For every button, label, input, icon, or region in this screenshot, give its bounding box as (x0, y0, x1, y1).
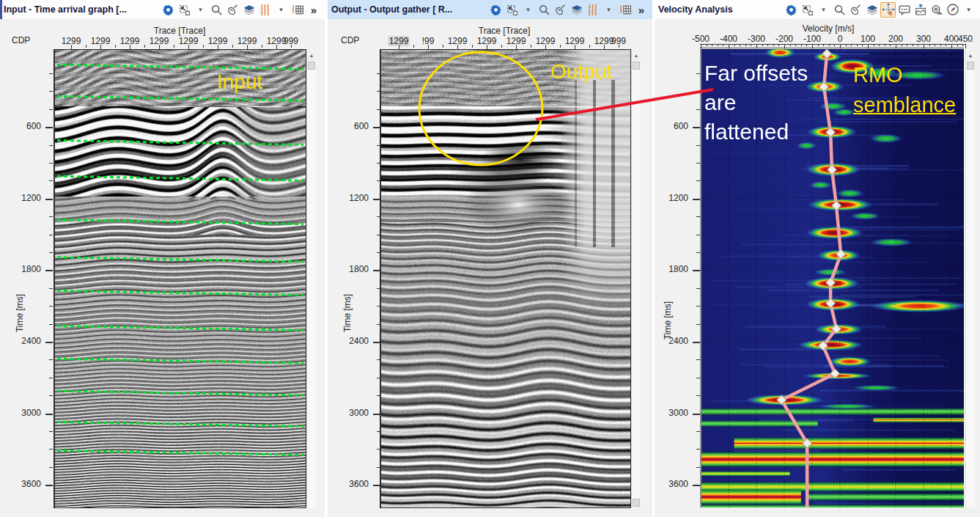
wiggle-table-icon[interactable] (617, 2, 633, 18)
velocity-tick-label: -200 (775, 34, 794, 44)
panel-input: Input - Time arrival graph [... ▾▾» CDP … (0, 0, 325, 517)
window-edge (0, 0, 2, 19)
scroll-thumb[interactable] (308, 62, 315, 70)
cdp-label: CDP (341, 35, 359, 45)
velocity-axis-label: Velocity [m/s] (755, 23, 902, 34)
time-axis-label: Time [ms] (15, 289, 25, 337)
time-tick-label: 1200 (339, 193, 369, 203)
time-tick-label: 3000 (659, 408, 688, 418)
magnifier-icon[interactable] (537, 2, 552, 18)
velocity-tick-label: -300 (747, 34, 766, 44)
time-tick-label: 3600 (12, 479, 41, 489)
time-tick-label: 1200 (659, 193, 688, 203)
compass-icon[interactable] (945, 2, 960, 18)
gear-icon[interactable] (161, 2, 176, 18)
velocity-tick-label: 300 (915, 34, 932, 44)
dropdown-icon[interactable]: ▾ (601, 2, 616, 18)
image-up-icon[interactable] (913, 2, 928, 18)
tape-measure-icon[interactable] (929, 2, 944, 18)
scroll-up-button[interactable]: ▲ (632, 50, 641, 61)
gear-icon[interactable] (488, 2, 504, 18)
overflow-icon[interactable]: » (306, 2, 321, 18)
select-area-icon[interactable] (504, 2, 520, 18)
crosshair-move-icon[interactable] (880, 2, 896, 18)
magnifier-icon[interactable] (832, 2, 847, 18)
panel-output: Output - Output gather [ R... ▾▾» CDP Tr… (328, 0, 652, 517)
time-tick-label: 3000 (339, 408, 369, 418)
time-axis-label: Time [ms] (342, 289, 353, 337)
layers-icon[interactable] (864, 2, 880, 18)
velocity-tick-label: -500 (691, 34, 710, 44)
time-tick-label: 1800 (659, 264, 688, 274)
time-tick-label: 600 (339, 121, 369, 131)
output-gather-display[interactable] (380, 49, 631, 508)
time-tick-label: 2400 (339, 336, 369, 346)
input-gather-display[interactable] (54, 49, 306, 508)
panel-header-output[interactable]: Output - Output gather [ R... ▾▾» (328, 0, 652, 19)
scroll-up-button[interactable]: ▲ (307, 50, 316, 61)
dropdown-icon[interactable]: ▾ (961, 2, 976, 18)
dropdown-icon[interactable]: ▾ (520, 2, 536, 18)
cdp-label: CDP (12, 35, 30, 45)
mouse-pointer-icon[interactable] (225, 2, 240, 18)
wiggle-icon[interactable] (585, 2, 600, 18)
dropdown-icon[interactable]: ▾ (816, 2, 831, 18)
time-tick-label: 1200 (12, 193, 41, 203)
panel-toolbar: ▾▾ (784, 2, 976, 18)
panel-title: Input - Time arrival graph [... (4, 4, 127, 15)
magnifier-icon[interactable] (209, 2, 224, 18)
panel-title: Velocity Analysis (658, 4, 733, 15)
layers-icon[interactable] (241, 2, 257, 18)
comment-icon[interactable] (896, 2, 912, 18)
semblance-display[interactable] (700, 47, 964, 507)
overflow-icon[interactable]: » (633, 2, 649, 18)
time-tick-label: 1800 (12, 264, 41, 274)
velocity-tick-label: -100 (803, 34, 822, 44)
wiggle-table-icon[interactable] (290, 2, 305, 18)
select-area-icon[interactable] (800, 2, 815, 18)
time-tick-label: 600 (12, 121, 41, 131)
velocity-tick-label: 0 (837, 34, 844, 44)
time-tick-label: 3600 (659, 479, 688, 489)
scroll-thumb[interactable] (633, 62, 640, 70)
select-area-icon[interactable] (177, 2, 192, 18)
vertical-scrollbar[interactable]: ▲ (965, 50, 975, 507)
panel-toolbar: ▾▾» (488, 2, 649, 18)
panel-velocity-analysis: Velocity Analysis ▾▾ Velocity [m/s] -500… (655, 0, 980, 517)
mouse-pointer-icon[interactable] (848, 2, 863, 18)
time-tick-label: 3000 (12, 408, 41, 418)
time-tick-label: 600 (659, 121, 688, 131)
velocity-tick-label: 100 (860, 34, 876, 44)
mouse-pointer-icon[interactable] (553, 2, 568, 18)
time-tick-label: 3600 (339, 479, 369, 489)
vertical-scrollbar[interactable]: ▲ (631, 50, 641, 507)
velocity-tick-label: -400 (719, 34, 738, 44)
velocity-tick-label: 200 (888, 34, 904, 44)
dropdown-icon[interactable]: ▾ (273, 2, 289, 18)
trace-axis-label: Trace [Trace] (431, 26, 578, 36)
dropdown-icon[interactable]: ▾ (193, 2, 208, 18)
layers-icon[interactable] (569, 2, 584, 18)
vertical-scrollbar[interactable]: ▲ (306, 50, 316, 507)
scroll-thumb-bottom[interactable] (633, 499, 640, 507)
scroll-thumb[interactable] (967, 62, 974, 70)
panel-title: Output - Output gather [ R... (331, 4, 452, 15)
panel-toolbar: ▾▾» (161, 2, 321, 18)
trace-axis-label: Trace [Trace] (106, 26, 253, 36)
panel-header-input[interactable]: Input - Time arrival graph [... ▾▾» (0, 0, 325, 19)
scroll-up-button[interactable]: ▲ (966, 50, 975, 61)
time-tick-label: 2400 (659, 336, 688, 346)
gear-icon[interactable] (784, 2, 799, 18)
time-tick-label: 1800 (339, 264, 369, 274)
wiggle-icon[interactable] (257, 2, 273, 18)
time-tick-label: 2400 (12, 336, 41, 346)
velocity-tick-label: 450 (957, 34, 973, 44)
panel-header-velocity[interactable]: Velocity Analysis ▾▾ (655, 0, 980, 19)
